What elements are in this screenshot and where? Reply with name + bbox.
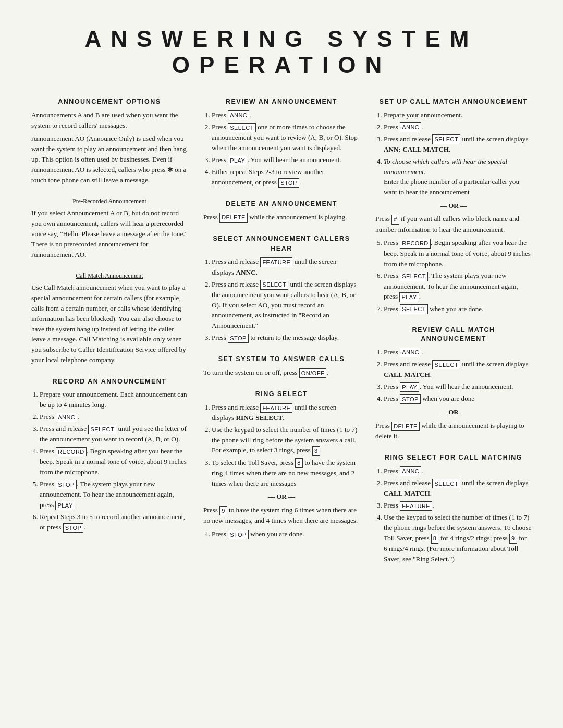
select-key-setup: SELECT [432,134,460,144]
setup-step-5: Press RECORD. Begin speaking after you h… [384,238,532,269]
call-match-announcement-section: Call Match Announcement Use Call Match a… [31,271,188,368]
record-step-1: Prepare your announcement. Each announce… [40,389,188,410]
select-announcement-steps: Press and release FEATURE until the scre… [203,256,360,343]
content-grid: ANNOUNCEMENT OPTIONS Announcements A and… [31,97,532,576]
record-step-3: Press and release SELECT until you see t… [40,424,188,445]
or-divider-ring: — OR — [203,491,360,502]
setup-step-2: Press ANNC. [384,122,532,132]
setup-step-3: Press and release SELECT until the scree… [384,134,532,155]
ring-select-call-match-steps: Press ANNC. Press and release SELECT unt… [375,466,532,564]
review-announcement-steps: Press ANNC. Press SELECT one or more tim… [203,110,360,188]
select-step-3: Press STOP to return to the message disp… [212,332,360,343]
review-step-2: Press SELECT one or more times to choose… [212,122,360,153]
ring-step-1: Press and release FEATURE until the scre… [212,402,360,423]
select-step-1: Press and release FEATURE until the scre… [212,256,360,277]
select-key-s2: SELECT [260,280,288,290]
key-8-rscm: 8 [431,534,439,544]
announcement-options-para2: Announcement AO (Announce Only) is used … [31,133,188,185]
review-call-match-steps: Press ANNC. Press and release SELECT unt… [375,347,532,404]
rcm-step-1: Press ANNC. [384,347,532,357]
delete-announcement-section: DELETE AN ANNOUNCEMENT Press DELETE whil… [203,199,360,226]
record-step-5: Press STOP. The system plays your new an… [40,479,188,510]
rscm-step-2: Press and release SELECT until the scree… [384,478,532,499]
select-announcement-title: SELECT ANNOUNCEMENT CALLERS HEAR [203,234,360,254]
annc-key-rcm: ANNC [400,348,421,357]
rscm-step-3: Press FEATURE. [384,500,532,511]
record-announcement-section: RECORD AN ANNOUNCEMENT Prepare your anno… [31,377,188,536]
setup-or-text: Press # if you want all callers who bloc… [375,214,532,235]
ring-select-section: RING SELECT Press and release FEATURE un… [203,389,360,542]
review-step-1: Press ANNC. [212,110,360,120]
announcement-options-para1: Announcements A and B are used when you … [31,110,188,131]
rcm-step-3: Press PLAY. You will hear the announceme… [384,381,532,392]
rcm-or-text: Press DELETE while the announcement is p… [375,421,532,441]
column-3: SET UP CALL MATCH ANNOUNCEMENT Prepare y… [375,97,532,576]
set-system-section: SET SYSTEM TO ANSWER CALLS To turn the s… [203,354,360,381]
pre-recorded-section: Pre-Recorded Announcement If you select … [31,196,188,263]
play-key: PLAY [55,501,75,511]
rscm-step-1: Press ANNC. [384,466,532,476]
setup-step-6: Press SELECT. The system plays your new … [384,270,532,302]
review-call-match-title: REVIEW CALL MATCHANNOUNCEMENT [375,326,532,344]
rcm-step-2: Press and release SELECT until the scree… [384,359,532,380]
column-2: REVIEW AN ANNOUNCEMENT Press ANNC. Press… [203,97,360,576]
ring-select-call-match-title: RING SELECT FOR CALL MATCHING [375,453,532,463]
ring-select-steps: Press and release FEATURE until the scre… [203,402,360,489]
setup-call-match-steps2: Press RECORD. Begin speaking after you h… [375,238,532,314]
setup-call-match-title: SET UP CALL MATCH ANNOUNCEMENT [375,97,532,107]
key-9: 9 [219,506,227,516]
ring-step-4: Press STOP when you are done. [212,529,360,539]
review-announcement-title: REVIEW AN ANNOUNCEMENT [203,97,360,107]
stop-key: STOP [56,480,77,490]
select-key-setup3: SELECT [400,304,428,314]
announcement-options-section: ANNOUNCEMENT OPTIONS Announcements A and… [31,97,188,188]
ring-select-call-match-section: RING SELECT FOR CALL MATCHING Press ANNC… [375,453,532,567]
ring-after-or-steps: Press STOP when you are done. [203,529,360,539]
feature-key-ring1: FEATURE [260,403,292,413]
record-key-setup: RECORD [400,239,431,249]
stop-key-s3: STOP [228,334,249,343]
stop-key-2: STOP [63,523,84,533]
stop-key-r4: STOP [278,178,299,188]
select-step-2: Press and release SELECT until the scree… [212,279,360,331]
delete-announcement-title: DELETE AN ANNOUNCEMENT [203,199,360,209]
select-key-rscm: SELECT [432,479,460,489]
ring-step-3: To select the Toll Saver, press 8 to hav… [212,458,360,489]
or-divider-setup: — OR — [375,201,532,211]
page-title: ANSWERING SYSTEM OPERATION [31,26,532,78]
annc-key-r1: ANNC [228,110,249,120]
stop-key-rcm: STOP [400,394,421,404]
setup-step-4: To choose which callers will hear the sp… [384,156,532,198]
delete-key: DELETE [219,213,248,223]
ring-select-title: RING SELECT [203,389,360,399]
annc-key-setup: ANNC [400,122,421,132]
call-match-announcement-title: Call Match Announcement [31,271,188,280]
review-call-match-section: REVIEW CALL MATCHANNOUNCEMENT Press ANNC… [375,326,532,445]
play-key-rcm: PLAY [400,382,419,392]
play-key-r3: PLAY [228,156,247,166]
onoff-key: ON/OFF [299,368,327,378]
rcm-step-4: Press STOP when you are done [384,393,532,404]
record-step-6: Repeat Steps 3 to 5 to record another an… [40,512,188,533]
review-step-4: Either repeat Steps 2-3 to review anothe… [212,167,360,188]
select-key-r2: SELECT [228,123,256,133]
rscm-step-4: Use the keypad to select the number of t… [384,512,532,564]
select-announcement-section: SELECT ANNOUNCEMENT CALLERS HEAR Press a… [203,234,360,346]
key-8: 8 [295,458,303,468]
set-system-title: SET SYSTEM TO ANSWER CALLS [203,354,360,364]
ring-after-or-1: Press 9 to have the system ring 6 times … [203,505,360,526]
delete-announcement-body: Press DELETE while the announcement is p… [203,212,360,223]
record-step-4: Press RECORD. Begin speaking after you h… [40,446,188,477]
key-9-rscm: 9 [509,534,517,544]
ring-step-2: Use the keypad to select the number of t… [212,425,360,456]
record-announcement-title: RECORD AN ANNOUNCEMENT [31,377,188,387]
review-step-3: Press PLAY. You will hear the announceme… [212,155,360,165]
record-step-2: Press ANNC. [40,412,188,422]
select-key-rcm: SELECT [432,360,460,370]
feature-key-s1: FEATURE [260,257,292,267]
play-key-setup: PLAY [399,292,419,302]
feature-key-rscm: FEATURE [400,501,432,511]
setup-call-match-section: SET UP CALL MATCH ANNOUNCEMENT Prepare y… [375,97,532,317]
column-1: ANNOUNCEMENT OPTIONS Announcements A and… [31,97,188,576]
call-match-announcement-body: Use Call Match announcement when you wan… [31,282,188,365]
